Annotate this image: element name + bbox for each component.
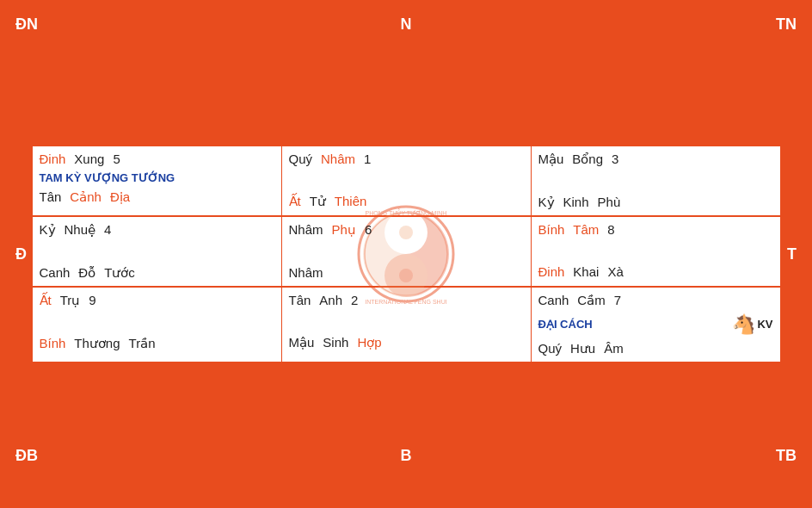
cell-3-2: Tân Anh 2 Mậu Sinh Hợp <box>281 287 531 362</box>
cell-text: Thương <box>74 336 120 351</box>
cell-bottom-row: Đinh Khai Xà <box>538 264 773 279</box>
cell-text: Cảnh <box>70 189 102 205</box>
kv-text: KV <box>757 318 772 331</box>
cell-text: Sinh <box>323 335 348 350</box>
cell-text: Hợp <box>357 335 381 350</box>
cell-text: Kỷ <box>40 222 56 238</box>
cell-text: 9 <box>89 293 95 307</box>
cell-2-3: Bính Tâm 8 Đinh Khai Xà <box>531 216 780 287</box>
cell-3-3: Canh Cầm 7 ĐẠI CÁCH 🐴 KV Quý Hưu Âm <box>531 287 780 362</box>
cell-text: Anh <box>319 293 342 307</box>
cell-text: Quý <box>289 152 313 166</box>
cell-text: 5 <box>113 152 120 166</box>
main-container: ĐN N TN Đ T ĐB B TB INTERNATIONAL FENG S… <box>0 0 812 508</box>
label-tn: TN <box>776 15 797 34</box>
cell-text: Đỗ <box>78 265 95 281</box>
cell-text: Trần <box>129 336 156 351</box>
cell-text: Canh <box>40 265 71 280</box>
cell-2-1: Kỷ Nhuệ 4 Canh Đỗ Tước <box>32 216 281 287</box>
horse-icon: 🐴 <box>732 313 755 336</box>
cell-text: 2 <box>351 293 358 307</box>
cell-text: Quý <box>538 341 563 356</box>
table-row: Kỷ Nhuệ 4 Canh Đỗ Tước Nhâm Phụ 6 <box>32 216 780 287</box>
cell-text: Trụ <box>60 293 81 308</box>
cell-text: Kỷ <box>538 195 555 210</box>
cell-top-row: Bính Tâm 8 <box>538 222 773 237</box>
cell-bottom-row: Ất Tử Thiên <box>289 194 524 209</box>
cell-text: 3 <box>612 152 618 166</box>
cell-text: 4 <box>104 222 111 237</box>
cell-text: Kinh <box>563 195 589 209</box>
cell-text: Bính <box>40 336 66 350</box>
cell-text: 1 <box>364 152 371 166</box>
label-t: T <box>787 245 797 263</box>
cell-text: Tước <box>104 265 135 281</box>
cell-text: Bính <box>538 222 565 237</box>
cell-text: Nhuệ <box>65 222 96 238</box>
cell-top-row: Ất Trụ 9 <box>40 293 274 308</box>
cell-1-1: Đinh Xung 5 TAM KỲ VƯỢNG TƯỚNG Tân Cảnh … <box>32 146 281 216</box>
cell-text: Địa <box>110 189 130 205</box>
cell-text: Hưu <box>570 341 595 356</box>
label-d: Đ <box>15 245 27 263</box>
cell-text: Đinh <box>40 152 66 166</box>
table-row: Ất Trụ 9 Bính Thương Trần Tân Anh 2 <box>32 287 780 362</box>
cell-text: Thiên <box>335 194 367 208</box>
cell-text: Ất <box>289 194 301 209</box>
cell-1-3: Mậu Bổng 3 Kỷ Kinh Phù <box>531 146 780 216</box>
cell-2-2: Nhâm Phụ 6 Nhâm <box>281 216 531 287</box>
cell-text: Nhâm <box>289 222 323 237</box>
cell-bottom-row: Nhâm <box>289 265 524 280</box>
cell-bottom-row: Canh Đỗ Tước <box>40 265 274 281</box>
cell-text: Mậu <box>289 335 315 350</box>
cell-text: Bổng <box>572 152 603 167</box>
main-grid: Đinh Xung 5 TAM KỲ VƯỢNG TƯỚNG Tân Cảnh … <box>32 146 781 363</box>
cell-top-row: Kỷ Nhuệ 4 <box>40 222 274 238</box>
cell-text: Âm <box>604 341 624 356</box>
kv-logo: 🐴 KV <box>732 313 772 336</box>
cell-bottom-row: Tân Cảnh Địa <box>40 189 274 205</box>
cell-text: Đinh <box>538 264 565 279</box>
label-b: B <box>401 447 412 465</box>
cell-top-row: Mậu Bổng 3 <box>538 152 773 167</box>
cell-text: 6 <box>365 222 372 237</box>
cell-text: Canh <box>538 293 569 307</box>
cell-text: 8 <box>607 222 614 237</box>
label-tb: TB <box>776 447 797 465</box>
cell-text: Nhâm <box>289 265 323 280</box>
cell-bottom-row: Kỷ Kinh Phù <box>538 195 773 210</box>
cell-text: Ất <box>40 293 52 308</box>
cell-text: Nhâm <box>321 152 355 166</box>
dai-cach-label: ĐẠI CÁCH <box>538 318 593 331</box>
cell-top-row: Canh Cầm 7 <box>538 293 773 308</box>
cell-top-row: Tân Anh 2 <box>289 293 524 307</box>
cell-text: Phù <box>598 195 621 209</box>
cell-top-row: Nhâm Phụ 6 <box>289 222 524 238</box>
cell-text: Phụ <box>332 222 356 238</box>
table-row: Đinh Xung 5 TAM KỲ VƯỢNG TƯỚNG Tân Cảnh … <box>32 146 780 216</box>
cell-text: Khai <box>573 264 599 279</box>
special-label: TAM KỲ VƯỢNG TƯỚNG <box>40 171 274 184</box>
cell-1-2: Quý Nhâm 1 Ất Tử Thiên <box>281 146 531 216</box>
label-dn: ĐN <box>15 15 38 34</box>
cell-text: Cầm <box>577 293 605 308</box>
cell-text: Tâm <box>573 222 599 237</box>
cell-bottom-row: Mậu Sinh Hợp <box>289 335 524 350</box>
cell-text: Tân <box>289 293 311 307</box>
cell-text: Xà <box>607 264 623 279</box>
cell-text: Mậu <box>538 152 564 167</box>
cell-top-row: Đinh Xung 5 <box>40 152 274 166</box>
cell-text: 7 <box>614 293 621 307</box>
cell-top-row: Quý Nhâm 1 <box>289 152 524 166</box>
cell-bottom-row: Bính Thương Trần <box>40 336 274 351</box>
cell-text: Tử <box>310 194 326 209</box>
label-db: ĐB <box>15 447 38 465</box>
cell-3-1: Ất Trụ 9 Bính Thương Trần <box>32 287 281 362</box>
cell-text: Xung <box>74 152 104 166</box>
cell-bottom-row: Quý Hưu Âm <box>538 341 773 356</box>
label-n: N <box>401 15 412 34</box>
cell-text: Tân <box>40 189 62 204</box>
